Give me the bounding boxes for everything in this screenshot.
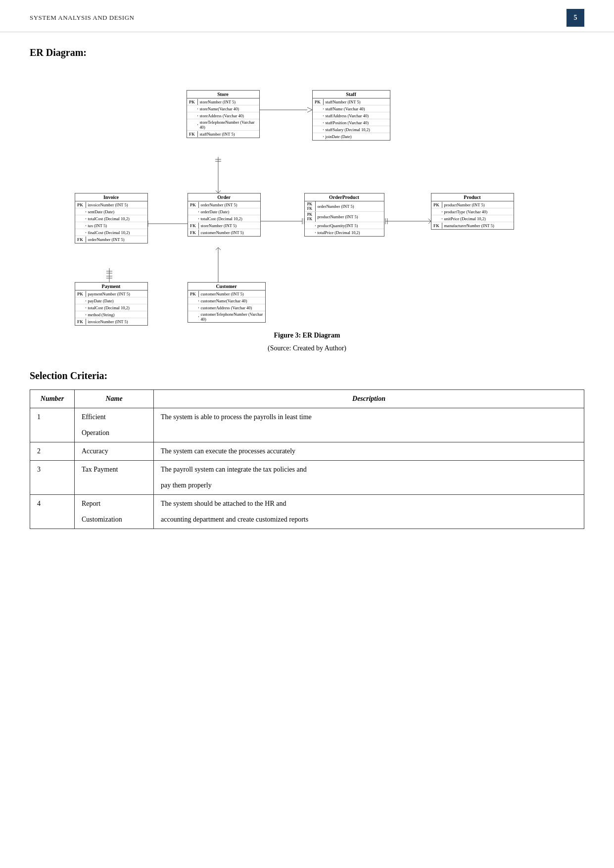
entity-orderproduct: OrderProduct PKFKorderNumber (INT 5) PKF… xyxy=(304,193,384,237)
svg-line-1 xyxy=(307,107,312,110)
row4-desc: The system should be attached to the HR … xyxy=(154,495,584,529)
entity-customer-title: Customer xyxy=(188,283,265,290)
entity-customer: Customer PKcustomerNumber (INT 5) custom… xyxy=(188,282,266,323)
figure-source: (Source: Created by Author) xyxy=(30,344,584,352)
row2-name: Accuracy xyxy=(75,442,154,461)
table-row: 2 Accuracy The system can execute the pr… xyxy=(30,442,584,461)
entity-staff-title: Staff xyxy=(313,91,390,98)
row4-name: ReportCustomization xyxy=(75,495,154,529)
main-content: ER Diagram: xyxy=(0,32,614,549)
entity-order-title: Order xyxy=(188,193,260,201)
page-header: SYSTEM ANALYSIS AND DESIGN 5 xyxy=(0,0,614,32)
row3-name: Tax Payment xyxy=(75,461,154,495)
entity-order: Order PKorderNumber (INT 5) orderDate (D… xyxy=(188,193,261,237)
entity-store-title: Store xyxy=(187,91,259,98)
svg-line-2 xyxy=(307,110,312,112)
entity-invoice: Invoice PKinvoiceNumber (INT 5) sentDate… xyxy=(75,193,148,243)
selection-criteria-heading: Selection Criteria: xyxy=(30,370,584,382)
row4-number: 4 xyxy=(30,495,75,529)
er-diagram-container: Store PKstoreNumber (INT 5) storeName(Va… xyxy=(30,70,584,323)
svg-line-24 xyxy=(216,247,218,250)
entity-product: Product PKproductNumber (INT 5) productT… xyxy=(431,193,514,230)
col-header-number: Number xyxy=(30,390,75,408)
criteria-table: Number Name Description 1 EfficientOpera… xyxy=(30,389,584,529)
entity-staff: Staff PKstaffNumber (INT 5) staffName (V… xyxy=(312,90,390,141)
er-diagram-section: ER Diagram: xyxy=(30,47,584,352)
page-number: 5 xyxy=(567,9,584,27)
table-row: 3 Tax Payment The payroll system can int… xyxy=(30,461,584,495)
entity-product-title: Product xyxy=(431,193,514,201)
table-row: 4 ReportCustomization The system should … xyxy=(30,495,584,529)
er-diagram-heading: ER Diagram: xyxy=(30,47,584,58)
entity-payment-title: Payment xyxy=(75,283,147,290)
selection-criteria-section: Selection Criteria: Number Name Descript… xyxy=(30,370,584,529)
entity-invoice-title: Invoice xyxy=(75,193,147,201)
col-header-description: Description xyxy=(154,390,584,408)
row3-desc: The payroll system can integrate the tax… xyxy=(154,461,584,495)
row2-number: 2 xyxy=(30,442,75,461)
row1-name: EfficientOperation xyxy=(75,408,154,442)
entity-store: Store PKstoreNumber (INT 5) storeName(Va… xyxy=(187,90,260,138)
figure-caption: Figure 3: ER Diagram xyxy=(30,332,584,339)
svg-line-25 xyxy=(218,247,221,250)
table-row: 1 EfficientOperation The system is able … xyxy=(30,408,584,442)
entity-orderproduct-title: OrderProduct xyxy=(305,193,384,201)
row1-number: 1 xyxy=(30,408,75,442)
entity-payment: Payment PKpaymentNumber (INT 5) payDate … xyxy=(75,282,148,326)
col-header-name: Name xyxy=(75,390,154,408)
er-diagram: Store PKstoreNumber (INT 5) storeName(Va… xyxy=(65,70,550,323)
header-title: SYSTEM ANALYSIS AND DESIGN xyxy=(30,14,134,22)
row1-desc: The system is able to process the payrol… xyxy=(154,408,584,442)
row2-desc: The system can execute the processes acc… xyxy=(154,442,584,461)
row3-number: 3 xyxy=(30,461,75,495)
